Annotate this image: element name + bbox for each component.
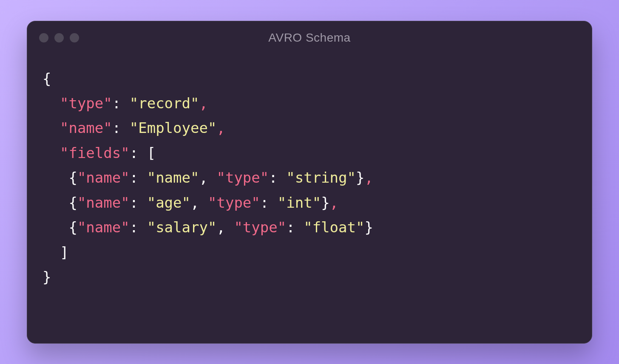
val-record: "record" [130, 95, 199, 112]
key-name: "name" [60, 119, 112, 136]
brace-open: { [68, 169, 77, 186]
comma: , [216, 119, 225, 136]
field2-name-val: "age" [147, 194, 190, 211]
field3-type-key: "type" [234, 219, 286, 236]
field2-name-key: "name" [77, 194, 130, 211]
comma: , [330, 194, 338, 211]
maximize-icon[interactable] [70, 33, 79, 42]
colon: : [260, 194, 278, 211]
bracket-open: [ [147, 144, 156, 161]
brace-open: { [68, 219, 77, 236]
colon: : [112, 95, 130, 112]
comma: , [199, 95, 207, 112]
window-title: AVRO Schema [268, 31, 350, 45]
colon: : [112, 119, 130, 136]
colon: : [130, 194, 147, 211]
bracket-close: ] [60, 244, 68, 261]
code-window: AVRO Schema { "type": "record", "name": … [27, 21, 592, 344]
field3-type-val: "float" [304, 219, 364, 236]
field2-type-val: "int" [278, 194, 321, 211]
sep: , [199, 169, 217, 186]
colon: : [130, 169, 147, 186]
field3-name-val: "salary" [147, 219, 217, 236]
field1-name-val: "name" [147, 169, 199, 186]
comma: , [364, 169, 373, 186]
colon: : [286, 219, 304, 236]
field3-name-key: "name" [77, 219, 130, 236]
brace-open: { [68, 194, 77, 211]
brace-close: } [356, 169, 364, 186]
minimize-icon[interactable] [54, 33, 64, 42]
traffic-lights [39, 33, 79, 42]
val-employee: "Employee" [130, 119, 217, 136]
titlebar: AVRO Schema [27, 21, 592, 54]
key-fields: "fields" [60, 144, 130, 161]
sep: , [190, 194, 208, 211]
key-type: "type" [60, 95, 112, 112]
close-icon[interactable] [39, 33, 48, 42]
sep: , [216, 219, 234, 236]
field1-name-key: "name" [77, 169, 130, 186]
brace-open: { [43, 70, 51, 87]
colon: : [130, 144, 147, 161]
brace-close: } [43, 268, 51, 285]
colon: : [130, 219, 147, 236]
brace-close: } [364, 219, 373, 236]
code-content: { "type": "record", "name": "Employee", … [27, 54, 592, 343]
field2-type-key: "type" [208, 194, 260, 211]
colon: : [269, 169, 286, 186]
brace-close: } [321, 194, 329, 211]
field1-type-val: "string" [286, 169, 356, 186]
field1-type-key: "type" [216, 169, 269, 186]
